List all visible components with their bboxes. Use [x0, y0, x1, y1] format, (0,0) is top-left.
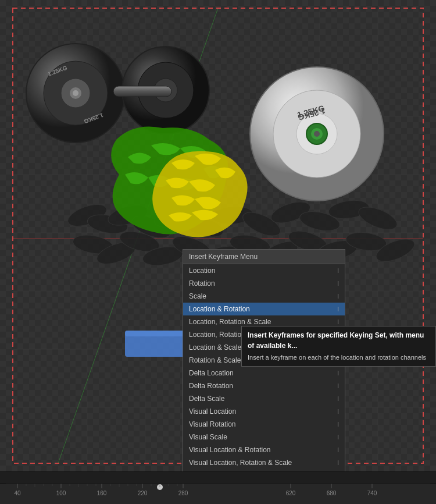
- menu-item-visual-location-rotation[interactable]: Visual Location & Rotation I: [183, 443, 345, 456]
- menu-item-visual-location-scale[interactable]: Visual Location & Scale I: [183, 469, 345, 471]
- menu-item-scale[interactable]: Scale I: [183, 290, 345, 303]
- menu-title: Insert Keyframe Menu: [183, 250, 345, 264]
- tooltip: Insert Keyframes for specified Keying Se…: [241, 326, 436, 367]
- menu-item-delta-scale[interactable]: Delta Scale I: [183, 392, 345, 405]
- menu-item-visual-rotation[interactable]: Visual Rotation I: [183, 418, 345, 431]
- viewport-3d[interactable]: 1.25KG 1.25KG: [0, 0, 436, 471]
- menu-item-rotation[interactable]: Rotation I: [183, 277, 345, 290]
- tooltip-description: Insert a keyframe on each of the locatio…: [248, 353, 430, 363]
- menu-item-location-rotation[interactable]: Location & Rotation I: [183, 303, 345, 315]
- svg-text:100: 100: [56, 490, 66, 496]
- timeline[interactable]: 40 100 160 220 280 620 680: [0, 471, 436, 504]
- svg-text:740: 740: [367, 490, 377, 496]
- svg-text:40: 40: [14, 490, 21, 496]
- menu-item-visual-location[interactable]: Visual Location I: [183, 405, 345, 418]
- timeline-ruler-svg: 40 100 160 220 280 620 680: [6, 484, 430, 504]
- svg-rect-24: [113, 86, 171, 97]
- timeline-ruler: 40 100 160 220 280 620 680: [0, 484, 436, 504]
- menu-item-visual-scale[interactable]: Visual Scale I: [183, 431, 345, 443]
- svg-text:160: 160: [97, 490, 107, 496]
- svg-point-30: [314, 131, 320, 137]
- tooltip-title: Insert Keyframes for specified Keying Se…: [248, 330, 430, 351]
- svg-text:280: 280: [178, 490, 188, 496]
- svg-text:220: 220: [138, 490, 148, 496]
- timeline-header: [0, 472, 436, 484]
- svg-point-19: [73, 90, 78, 96]
- menu-item-delta-location[interactable]: Delta Location I: [183, 367, 345, 379]
- svg-text:620: 620: [286, 490, 296, 496]
- menu-item-delta-rotation[interactable]: Delta Rotation I: [183, 379, 345, 392]
- menu-item-location[interactable]: Location I: [183, 264, 345, 277]
- svg-text:680: 680: [327, 490, 337, 496]
- menu-item-visual-location-rotation-scale[interactable]: Visual Location, Rotation & Scale I: [183, 456, 345, 469]
